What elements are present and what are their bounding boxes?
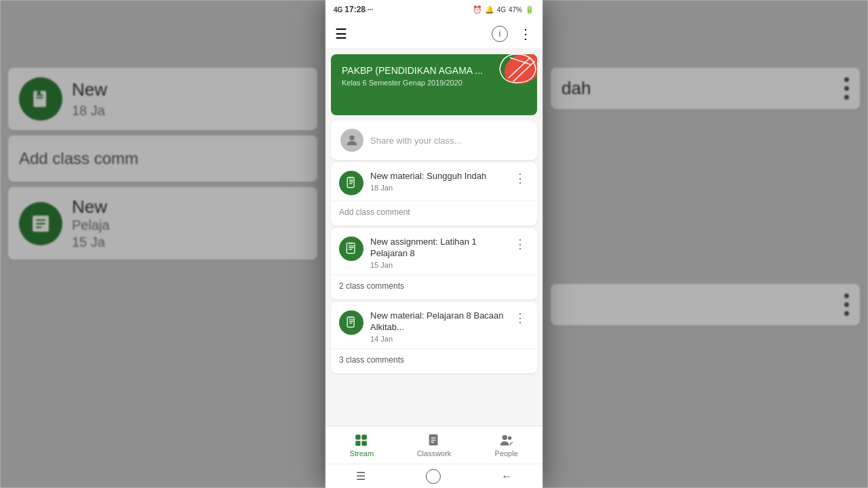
post-date-2: 15 Jan [370, 261, 505, 269]
nav-classwork[interactable]: Classwork [398, 433, 471, 458]
svg-rect-26 [431, 437, 435, 438]
post-menu-1[interactable]: ⋮ [511, 171, 529, 186]
classwork-icon [427, 433, 441, 448]
material-icon-1 [339, 171, 363, 195]
nav-stream-label: Stream [350, 449, 374, 458]
content-area: PAKBP (PENDIDIKAN AGAMA ... Kelas 6 Seme… [326, 49, 542, 426]
svg-rect-4 [37, 92, 41, 94]
app-bar: ☰ i ⋮ [326, 19, 542, 49]
material-icon-2 [339, 310, 363, 335]
status-time: 4G 17:28 ··· [334, 5, 373, 14]
svg-rect-18 [349, 243, 353, 245]
post-card-3[interactable]: New material: Pelajaran 8 Bacaan Alkitab… [331, 302, 537, 373]
svg-rect-23 [356, 441, 360, 445]
football-decoration [490, 54, 537, 102]
assignment-icon-1 [339, 237, 363, 261]
sys-menu-btn[interactable]: ☰ [356, 470, 366, 483]
sys-home-btn[interactable] [426, 469, 441, 484]
svg-rect-22 [362, 434, 366, 439]
svg-rect-28 [431, 441, 434, 442]
svg-rect-16 [349, 177, 353, 179]
status-bar: 4G 17:28 ··· ⏰ 🔔 4G 47% 🔋 [326, 0, 542, 19]
bg-right-panel: dah [542, 0, 868, 488]
bg-left-panel: New 18 Ja Add class comm New Pelaja 15 J… [0, 0, 326, 488]
battery-icon: 🔋 [525, 5, 534, 14]
nav-people-label: People [495, 449, 518, 458]
signal-strength-icon: 4G [497, 6, 506, 14]
svg-rect-20 [349, 317, 353, 319]
post-menu-3[interactable]: ⋮ [511, 310, 529, 325]
comment-count-3[interactable]: 3 class comments [339, 355, 404, 365]
share-placeholder[interactable]: Share with your class... [370, 136, 461, 146]
svg-rect-17 [347, 243, 355, 253]
nav-classwork-label: Classwork [417, 449, 452, 458]
sys-back-btn[interactable]: ← [501, 470, 512, 483]
info-icon[interactable]: i [492, 26, 508, 42]
comment-count-2[interactable]: 2 class comments [339, 281, 404, 291]
assignment-doc-icon [344, 242, 358, 256]
status-icons: ⏰ 🔔 4G 47% 🔋 [473, 5, 534, 14]
post-title-1: New material: Sungguh Indah [370, 171, 505, 182]
svg-rect-2 [36, 97, 43, 98]
phone-frame: 4G 17:28 ··· ⏰ 🔔 4G 47% 🔋 ☰ i ⋮ [326, 0, 542, 488]
svg-rect-1 [36, 94, 43, 96]
menu-icon[interactable]: ☰ [335, 26, 347, 42]
post-card-1[interactable]: New material: Sungguh Indah 18 Jan ⋮ Add… [331, 163, 537, 226]
signal-icon: 4G [334, 6, 342, 14]
nav-people[interactable]: People [470, 433, 542, 458]
svg-point-29 [502, 434, 507, 439]
people-icon [499, 433, 514, 448]
class-header-card: PAKBP (PENDIDIKAN AGAMA ... Kelas 6 Seme… [331, 54, 537, 115]
post-title-2: New assignment: Latihan 1 Pelajaran 8 [370, 237, 505, 260]
system-nav: ☰ ← [326, 464, 542, 488]
post-date-1: 18 Jan [370, 184, 505, 192]
bottom-nav: Stream Classwork People [326, 426, 542, 464]
post-title-3: New material: Pelajaran 8 Bacaan Alkitab… [370, 310, 505, 333]
class-semester: Kelas 6 Semester Genap 2019/2020 [342, 79, 526, 87]
post-date-3: 14 Jan [370, 335, 505, 343]
svg-rect-24 [362, 441, 366, 445]
more-options-icon[interactable]: ⋮ [519, 26, 533, 42]
bookmark-icon-2 [344, 316, 358, 329]
svg-point-14 [349, 136, 354, 140]
volume-icon: 🔔 [485, 5, 494, 14]
post-card-2[interactable]: New assignment: Latihan 1 Pelajaran 8 15… [331, 228, 537, 300]
user-avatar [340, 129, 363, 152]
nav-stream[interactable]: Stream [326, 433, 398, 458]
class-title: PAKBP (PENDIDIKAN AGAMA ... [342, 65, 526, 76]
alarm-icon: ⏰ [473, 5, 482, 14]
share-box[interactable]: Share with your class... [331, 121, 537, 160]
svg-point-30 [508, 436, 512, 440]
add-comment-1[interactable]: Add class comment [339, 207, 410, 217]
bookmark-icon [344, 176, 358, 190]
svg-rect-27 [431, 439, 435, 440]
post-menu-2[interactable]: ⋮ [511, 237, 529, 251]
svg-rect-21 [356, 434, 360, 439]
avatar-icon [344, 133, 359, 148]
stream-icon [354, 433, 369, 448]
